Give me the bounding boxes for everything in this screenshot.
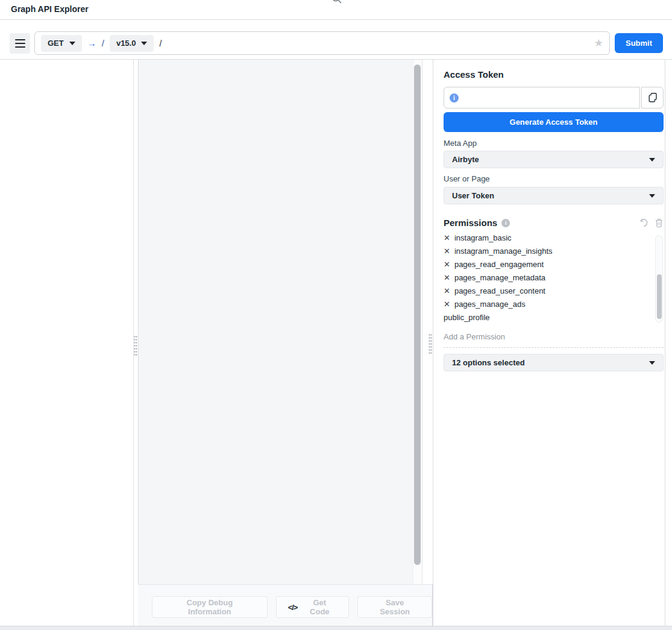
access-token-heading: Access Token xyxy=(444,69,504,80)
permission-label: public_profile xyxy=(444,313,490,322)
meta-app-label: Meta App xyxy=(444,139,477,148)
access-token-sidebar: Access Token i Generate Access Token Met… xyxy=(433,60,665,626)
api-version-dropdown[interactable]: v15.0 xyxy=(110,35,154,52)
user-or-page-selected-value: User Token xyxy=(452,191,494,200)
page-title: Graph API Explorer xyxy=(11,4,89,14)
trash-icon xyxy=(655,218,664,228)
access-token-input[interactable] xyxy=(463,93,634,102)
copy-debug-label: Copy Debug Information xyxy=(164,598,256,616)
chevron-down-icon xyxy=(649,158,655,162)
permission-item: public_profile xyxy=(444,310,653,324)
submit-button[interactable]: Submit xyxy=(615,33,663,53)
permission-label: pages_manage_ads xyxy=(454,300,526,309)
left-panel xyxy=(0,60,134,626)
request-path-input[interactable]: / xyxy=(159,39,588,48)
root-slash: / xyxy=(102,38,104,48)
http-method-dropdown[interactable]: GET xyxy=(41,35,82,52)
panel-scrollbar-track[interactable] xyxy=(413,60,422,584)
permission-label: instagram_manage_insights xyxy=(454,247,553,256)
permission-item: ✕ pages_manage_ads xyxy=(444,297,653,310)
chevron-down-icon xyxy=(649,361,655,365)
remove-permission-icon[interactable]: ✕ xyxy=(444,234,450,242)
permissions-heading: Permissions xyxy=(444,218,497,228)
remove-permission-icon[interactable]: ✕ xyxy=(444,300,450,308)
bottom-edge-strip xyxy=(0,626,672,630)
get-code-button[interactable]: </> Get Code xyxy=(276,596,350,618)
permissions-info-icon[interactable]: i xyxy=(501,219,510,227)
permissions-scrollbar-track[interactable] xyxy=(655,235,663,323)
options-selected-summary: 12 options selected xyxy=(452,358,525,367)
user-or-page-label: User or Page xyxy=(444,174,490,183)
right-resize-handle[interactable] xyxy=(429,333,432,355)
undo-icon xyxy=(639,218,649,228)
add-permission-wrap xyxy=(444,331,664,348)
code-icon: </> xyxy=(288,603,298,612)
permission-label: instagram_basic xyxy=(454,234,512,242)
chevron-down-icon xyxy=(649,194,655,198)
arrow-icon: → xyxy=(87,38,96,48)
permissions-options-select[interactable]: 12 options selected xyxy=(444,354,664,371)
chevron-down-icon xyxy=(141,42,147,45)
remove-permission-icon[interactable]: ✕ xyxy=(444,260,450,268)
permissions-list: ✕ instagram_basic ✕ instagram_manage_ins… xyxy=(444,234,653,324)
meta-app-select[interactable]: Airbyte xyxy=(444,151,664,168)
session-footer-bar: Copy Debug Information </> Get Code Save… xyxy=(138,584,433,626)
save-session-button[interactable]: Save Session xyxy=(357,596,432,618)
copy-icon xyxy=(647,92,659,104)
access-token-row: i xyxy=(444,87,664,109)
permission-label: pages_read_user_content xyxy=(454,286,545,295)
permission-label: pages_manage_metadata xyxy=(454,273,545,282)
permission-item: ✕ pages_read_engagement xyxy=(444,257,653,271)
permission-item: ✕ pages_manage_metadata xyxy=(444,271,653,284)
meta-app-selected-value: Airbyte xyxy=(452,155,479,164)
permission-item: ✕ instagram_basic xyxy=(444,234,653,244)
get-code-label: Get Code xyxy=(302,598,337,616)
add-permission-input[interactable] xyxy=(444,332,664,341)
permissions-list-viewport[interactable]: ✕ instagram_basic ✕ instagram_manage_ins… xyxy=(444,234,653,324)
api-version-label: v15.0 xyxy=(116,39,136,48)
request-url-bar[interactable]: GET → / v15.0 / ★ xyxy=(34,31,610,55)
permission-label: pages_read_engagement xyxy=(454,260,544,269)
search-icon[interactable] xyxy=(331,0,342,7)
generate-access-token-button[interactable]: Generate Access Token xyxy=(444,112,664,132)
token-info-icon[interactable]: i xyxy=(450,93,459,102)
app-header: Graph API Explorer xyxy=(0,0,672,20)
query-result-panel[interactable] xyxy=(138,60,422,584)
panel-scrollbar-thumb[interactable] xyxy=(414,65,421,565)
remove-permission-icon[interactable]: ✕ xyxy=(444,247,450,255)
permissions-scrollbar-thumb[interactable] xyxy=(657,274,662,319)
star-bookmark-icon[interactable]: ★ xyxy=(594,38,603,48)
copy-token-button[interactable] xyxy=(641,87,664,109)
remove-permission-icon[interactable]: ✕ xyxy=(444,287,450,295)
copy-debug-information-button[interactable]: Copy Debug Information xyxy=(152,596,268,618)
access-token-field-wrap: i xyxy=(444,87,640,109)
left-resize-handle[interactable] xyxy=(134,335,137,357)
remove-permission-icon[interactable]: ✕ xyxy=(444,274,450,282)
graph-api-explorer-page: Graph API Explorer GET → / v15.0 / ★ Sub… xyxy=(0,0,672,630)
save-session-label: Save Session xyxy=(369,598,420,616)
permissions-header: Permissions i xyxy=(444,218,664,228)
permission-item: ✕ pages_read_user_content xyxy=(444,284,653,297)
chevron-down-icon xyxy=(69,42,75,45)
hamburger-menu-button[interactable] xyxy=(10,33,30,54)
clear-permissions-button[interactable] xyxy=(655,218,664,228)
user-or-page-select[interactable]: User Token xyxy=(444,187,664,204)
http-method-label: GET xyxy=(48,39,64,48)
permission-item: ✕ instagram_manage_insights xyxy=(444,244,653,257)
undo-permissions-button[interactable] xyxy=(639,218,649,228)
